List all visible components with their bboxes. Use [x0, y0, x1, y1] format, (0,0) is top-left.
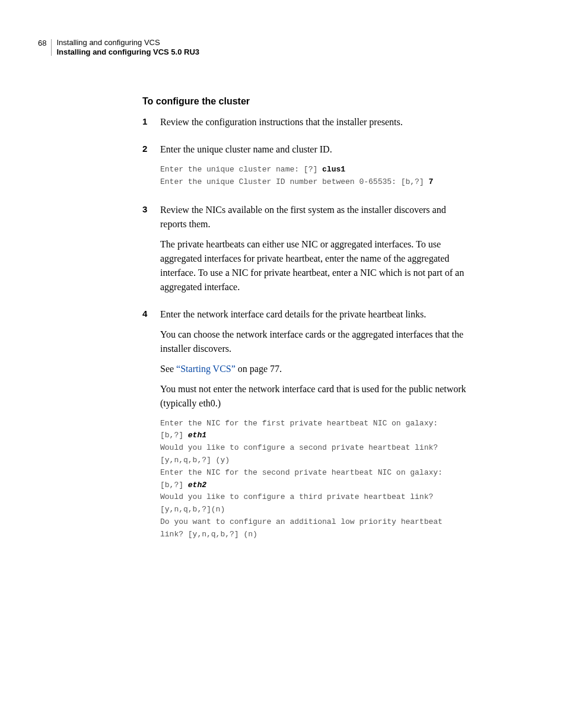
- step-body: Enter the unique cluster name and cluste…: [160, 142, 475, 196]
- step-text: Enter the network interface card details…: [160, 307, 475, 322]
- step-text: You must not enter the network interface…: [160, 382, 475, 411]
- code-block: Enter the NIC for the first private hear…: [160, 418, 475, 541]
- step-text: You can choose the network interface car…: [160, 328, 475, 356]
- text-run: See: [160, 364, 176, 374]
- text-run: on page 77.: [236, 364, 282, 374]
- step-number: 4: [142, 307, 160, 548]
- step-3: 3 Review the NICs available on the first…: [142, 203, 475, 300]
- step-body: Enter the network interface card details…: [160, 307, 475, 548]
- step-number: 2: [142, 142, 160, 196]
- step-body: Review the configuration instructions th…: [160, 115, 475, 135]
- code-input: clus1: [322, 165, 345, 174]
- step-text: See “Starting VCS” on page 77.: [160, 362, 475, 376]
- step-text: Enter the unique cluster name and cluste…: [160, 142, 475, 157]
- header-text: Installing and configuring VCS Installin…: [56, 38, 199, 56]
- code-text: Enter the unique Cluster ID number betwe…: [160, 177, 428, 186]
- step-body: Review the NICs available on the first s…: [160, 203, 475, 300]
- code-input: eth1: [188, 431, 206, 440]
- page-number: 68: [38, 38, 46, 47]
- step-text: The private heartbeats can either use NI…: [160, 237, 475, 294]
- step-text: Review the configuration instructions th…: [160, 115, 475, 129]
- section-title: To configure the cluster: [142, 96, 475, 107]
- step-4: 4 Enter the network interface card detai…: [142, 307, 475, 548]
- header-chapter: Installing and configuring VCS: [56, 38, 199, 47]
- code-block: Enter the unique cluster name: [?] clus1…: [160, 164, 475, 189]
- page-content: To configure the cluster 1 Review the co…: [142, 96, 475, 555]
- step-text: Review the NICs available on the first s…: [160, 203, 475, 231]
- code-text: Would you like to configure a third priv…: [160, 492, 443, 538]
- cross-reference-link[interactable]: “Starting VCS”: [176, 364, 236, 374]
- header-section: Installing and configuring VCS 5.0 RU3: [56, 47, 199, 57]
- page-header: 68 Installing and configuring VCS Instal…: [38, 38, 199, 56]
- header-divider: [51, 39, 52, 56]
- step-number: 1: [142, 115, 160, 135]
- code-input: eth2: [188, 481, 206, 489]
- step-number: 3: [142, 203, 160, 300]
- code-text: Enter the unique cluster name: [?]: [160, 165, 322, 174]
- step-1: 1 Review the configuration instructions …: [142, 115, 475, 135]
- step-2: 2 Enter the unique cluster name and clus…: [142, 142, 475, 196]
- code-input: 7: [428, 177, 433, 186]
